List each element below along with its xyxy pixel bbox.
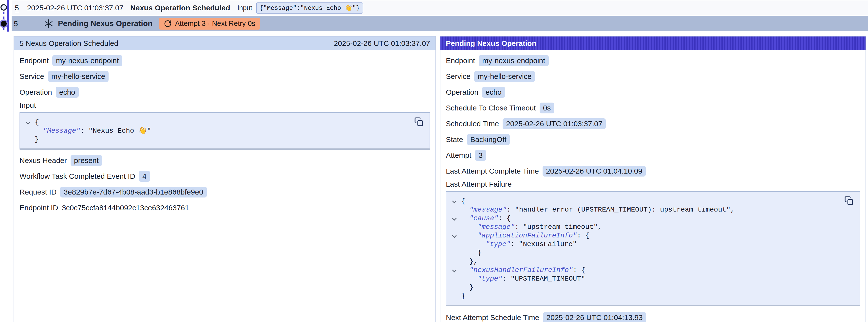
code-line: { bbox=[446, 197, 837, 205]
event-row-pending-selected[interactable]: 5 Pending Nexus Operation Attempt 3 · Ne… bbox=[11, 16, 868, 31]
code-line: } bbox=[446, 283, 837, 292]
timeline-dashed-connector bbox=[3, 11, 4, 20]
field-value-badge: 3 bbox=[475, 150, 486, 161]
field-row: Request ID3e829b7e-7d67-4b08-aad3-b1e868… bbox=[20, 184, 430, 200]
pending-asterisk-icon bbox=[43, 18, 54, 29]
event-id-link[interactable]: 5 bbox=[14, 20, 18, 28]
json-text: : "UPSTREAM_TIMEOUT" bbox=[502, 275, 585, 283]
field-value-badge: my-nexus-endpoint bbox=[479, 55, 549, 66]
field-value-link[interactable]: 3c0c75ccfa8144b092c13ce632463761 bbox=[62, 204, 189, 212]
field-value-badge: 2025-02-26 UTC 01:04:10.09 bbox=[542, 166, 646, 176]
field-label: Workflow Task Completed Event ID bbox=[20, 172, 135, 181]
field-row: Nexus Headerpresent bbox=[20, 153, 430, 168]
field-label: Last Attempt Complete Time bbox=[446, 167, 539, 175]
field-value-badge: 0s bbox=[539, 103, 554, 114]
field-value-badge: 2025-02-26 UTC 01:03:37.07 bbox=[503, 118, 606, 129]
json-text: : "NexusFailure" bbox=[510, 240, 577, 248]
json-key: "message" bbox=[469, 206, 506, 214]
field-label: Schedule To Close Timeout bbox=[446, 104, 536, 112]
field-row: Servicemy-hello-service bbox=[20, 68, 430, 84]
field-row: Endpointmy-nexus-endpoint bbox=[446, 53, 860, 68]
copy-button[interactable] bbox=[844, 195, 854, 206]
event-title: Pending Nexus Operation bbox=[58, 19, 153, 28]
retry-icon bbox=[164, 20, 172, 28]
input-label: Input bbox=[237, 4, 252, 12]
field-value-badge: my-hello-service bbox=[48, 71, 108, 82]
field-label: Operation bbox=[20, 88, 52, 96]
field-value-badge: present bbox=[70, 155, 102, 166]
field-label: Nexus Header bbox=[20, 156, 67, 165]
pending-panel-header: Pending Nexus Operation bbox=[440, 36, 866, 50]
field-value-badge: 2025-02-26 UTC 01:04:13.93 bbox=[543, 312, 646, 322]
event-history-view: 5 2025-02-26 UTC 01:03:37.07 Nexus Opera… bbox=[0, 0, 868, 322]
field-row: Endpointmy-nexus-endpoint bbox=[20, 53, 430, 68]
json-key: "message" bbox=[477, 223, 515, 231]
failure-json-viewer: {"message": "handler error (UPSTREAM_TIM… bbox=[446, 191, 860, 306]
field-label: Endpoint bbox=[446, 57, 475, 65]
copy-button[interactable] bbox=[414, 117, 424, 127]
field-label: Next Attempt Schedule Time bbox=[446, 313, 539, 322]
code-line: "applicationFailureInfo": { bbox=[446, 231, 837, 240]
field-label: Scheduled Time bbox=[446, 120, 499, 128]
json-text: : { bbox=[498, 215, 511, 222]
code-line: { bbox=[20, 118, 407, 127]
code-line: "Message": "Nexus Echo 👋" bbox=[20, 127, 407, 135]
event-timestamp: 2025-02-26 UTC 01:03:37.07 bbox=[27, 4, 123, 12]
json-text: : "handler error (UPSTREAM_TIMEOUT): ups… bbox=[506, 206, 735, 214]
code-line: } bbox=[446, 292, 837, 300]
field-value-badge: 4 bbox=[139, 171, 150, 182]
json-text: : "Nexus Echo 👋" bbox=[80, 127, 151, 135]
code-line: } bbox=[20, 135, 407, 144]
field-row: StateBackingOff bbox=[446, 132, 860, 148]
panel-title: 5 Nexus Operation Scheduled bbox=[20, 39, 118, 47]
json-text: : "upstream timeout", bbox=[515, 223, 602, 231]
field-label: Endpoint ID bbox=[20, 204, 58, 212]
event-id-link[interactable]: 5 bbox=[15, 4, 19, 12]
field-value-badge: echo bbox=[56, 87, 79, 98]
event-row-scheduled[interactable]: 5 2025-02-26 UTC 01:03:37.07 Nexus Opera… bbox=[11, 0, 868, 15]
json-text: { bbox=[461, 197, 465, 205]
input-section-label: Input bbox=[20, 100, 430, 112]
timeline-dashed-connector bbox=[3, 28, 4, 32]
event-title: Nexus Operation Scheduled bbox=[130, 4, 230, 12]
code-line: "cause": { bbox=[446, 214, 837, 223]
field-row: Endpoint ID3c0c75ccfa8144b092c13ce632463… bbox=[20, 200, 430, 216]
json-text: { bbox=[35, 118, 39, 126]
input-json-viewer: {"Message": "Nexus Echo 👋"} bbox=[20, 112, 430, 150]
code-line: "message": "upstream timeout", bbox=[446, 223, 837, 231]
field-value-badge: echo bbox=[482, 87, 505, 98]
code-line: "nexusHandlerFailureInfo": { bbox=[446, 266, 837, 275]
field-row: Schedule To Close Timeout0s bbox=[446, 100, 860, 116]
json-key: "nexusHandlerFailureInfo" bbox=[469, 266, 573, 274]
json-text: } bbox=[461, 292, 465, 300]
timeline-active-bar bbox=[7, 0, 9, 32]
field-label: Request ID bbox=[20, 188, 57, 196]
field-label: Operation bbox=[446, 88, 478, 96]
field-label: Service bbox=[20, 72, 44, 80]
panel-title: Pending Nexus Operation bbox=[446, 39, 536, 47]
scheduled-event-panel: 5 Nexus Operation Scheduled 2025-02-26 U… bbox=[13, 36, 436, 322]
json-key: "type" bbox=[477, 275, 502, 283]
field-row: Operationecho bbox=[446, 84, 860, 100]
pending-operation-panel: Pending Nexus Operation Endpointmy-nexus… bbox=[440, 36, 866, 322]
timeline-pending-node-icon bbox=[1, 21, 7, 27]
field-value-badge: my-hello-service bbox=[474, 71, 535, 82]
panel-timestamp: 2025-02-26 UTC 01:03:37.07 bbox=[334, 39, 430, 47]
code-line: "type": "NexusFailure" bbox=[446, 240, 837, 249]
field-label: Endpoint bbox=[20, 57, 49, 65]
retry-badge-text: Attempt 3 · Next Retry 0s bbox=[175, 20, 255, 28]
json-key: "cause" bbox=[469, 215, 498, 222]
json-text: } bbox=[35, 136, 39, 143]
field-value-badge: 3e829b7e-7d67-4b08-aad3-b1e868bfe9e0 bbox=[60, 187, 207, 197]
timeline-event-node-icon bbox=[0, 4, 7, 10]
input-preview-badge: {"Message":"Nexus Echo 👋"} bbox=[256, 2, 363, 13]
field-row: Servicemy-hello-service bbox=[446, 68, 860, 84]
json-key: "type" bbox=[486, 240, 510, 248]
field-value-badge: BackingOff bbox=[467, 134, 510, 145]
copy-icon bbox=[844, 196, 854, 205]
failure-section-label: Last Attempt Failure bbox=[446, 179, 860, 191]
scheduled-panel-header: 5 Nexus Operation Scheduled 2025-02-26 U… bbox=[14, 36, 435, 50]
field-label: Service bbox=[446, 72, 470, 80]
code-line: "type": "UPSTREAM_TIMEOUT" bbox=[446, 275, 837, 283]
field-label: Attempt bbox=[446, 151, 471, 160]
